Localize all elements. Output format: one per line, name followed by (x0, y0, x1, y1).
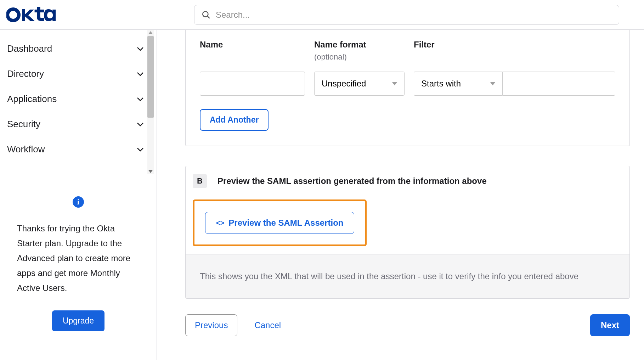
search-icon (202, 10, 211, 19)
filter-type-select[interactable]: Starts with (414, 72, 502, 96)
search-input[interactable] (216, 10, 612, 20)
sidebar-item-directory[interactable]: Directory (0, 61, 157, 86)
preview-description-box: This shows you the XML that will be used… (186, 254, 629, 298)
filter-column-header: Filter (414, 40, 615, 50)
preview-button-label: Preview the SAML Assertion (228, 218, 343, 228)
sidebar-item-workflow[interactable]: Workflow (0, 137, 157, 162)
search-container (194, 5, 619, 25)
name-input[interactable] (200, 72, 305, 96)
name-column-header: Name (200, 40, 305, 50)
sidebar-item-dashboard[interactable]: Dashboard (0, 36, 157, 61)
upgrade-text: Thanks for trying the Okta Starter plan.… (17, 221, 140, 296)
main-content: Name Name format (optional) Filter Unspe… (157, 30, 644, 360)
scrollbar-down-icon (148, 170, 153, 173)
scrollbar[interactable] (147, 30, 154, 174)
name-format-optional-label: (optional) (314, 52, 405, 62)
filter-value-input[interactable] (502, 72, 615, 96)
name-format-column-header: Name format (314, 40, 405, 50)
section-b: B Preview the SAML assertion generated f… (185, 166, 630, 299)
sidebar-item-label: Directory (7, 68, 44, 79)
sidebar-item-label: Applications (7, 94, 57, 105)
filter-type-value: Starts with (421, 79, 461, 89)
preview-highlight-box: < > Preview the SAML Assertion (193, 199, 367, 246)
chevron-down-icon (137, 47, 144, 51)
sidebar-nav: Dashboard Directory Applications Securit… (0, 30, 157, 175)
svg-point-1 (203, 11, 208, 17)
name-format-select[interactable]: Unspecified (314, 72, 405, 96)
info-icon: i (73, 196, 84, 208)
caret-down-icon (392, 82, 397, 85)
sidebar-item-label: Security (7, 119, 40, 130)
sidebar-item-label: Workflow (7, 144, 45, 155)
scrollbar-thumb[interactable] (147, 36, 154, 118)
svg-point-0 (7, 9, 19, 21)
preview-saml-button[interactable]: < > Preview the SAML Assertion (205, 212, 354, 234)
section-b-header: B Preview the SAML assertion generated f… (186, 166, 629, 196)
attribute-form-section: Name Name format (optional) Filter Unspe… (185, 30, 630, 146)
sidebar-item-applications[interactable]: Applications (0, 86, 157, 112)
form-input-row: Unspecified Starts with (200, 72, 615, 96)
add-another-button[interactable]: Add Another (200, 109, 269, 131)
wizard-left-buttons: Previous Cancel (185, 314, 281, 336)
chevron-down-icon (137, 147, 144, 152)
next-button[interactable]: Next (590, 314, 630, 336)
cancel-link[interactable]: Cancel (254, 320, 281, 330)
wizard-buttons: Previous Cancel Next (185, 314, 630, 347)
name-format-value: Unspecified (322, 79, 366, 89)
preview-description: This shows you the XML that will be used… (200, 271, 615, 281)
chevron-down-icon (137, 72, 144, 76)
sidebar-item-label: Dashboard (7, 43, 52, 54)
okta-logo (6, 6, 58, 23)
top-header (0, 0, 644, 30)
content-area: Dashboard Directory Applications Securit… (0, 30, 644, 360)
sidebar-item-security[interactable]: Security (0, 112, 157, 137)
chevron-down-icon (137, 97, 144, 101)
upgrade-panel: i Thanks for trying the Okta Starter pla… (0, 175, 157, 345)
code-icon: < > (216, 219, 224, 227)
upgrade-button[interactable]: Upgrade (52, 310, 104, 331)
scrollbar-up-icon (148, 31, 153, 34)
caret-down-icon (490, 82, 495, 85)
form-header-row: Name Name format (optional) Filter (200, 40, 615, 62)
chevron-down-icon (137, 122, 144, 126)
search-box[interactable] (194, 5, 619, 25)
sidebar: Dashboard Directory Applications Securit… (0, 30, 157, 360)
section-b-badge: B (193, 174, 207, 188)
svg-line-2 (207, 16, 210, 18)
section-b-title: Preview the SAML assertion generated fro… (218, 176, 487, 186)
previous-button[interactable]: Previous (185, 314, 237, 336)
okta-logo-svg (6, 6, 58, 23)
